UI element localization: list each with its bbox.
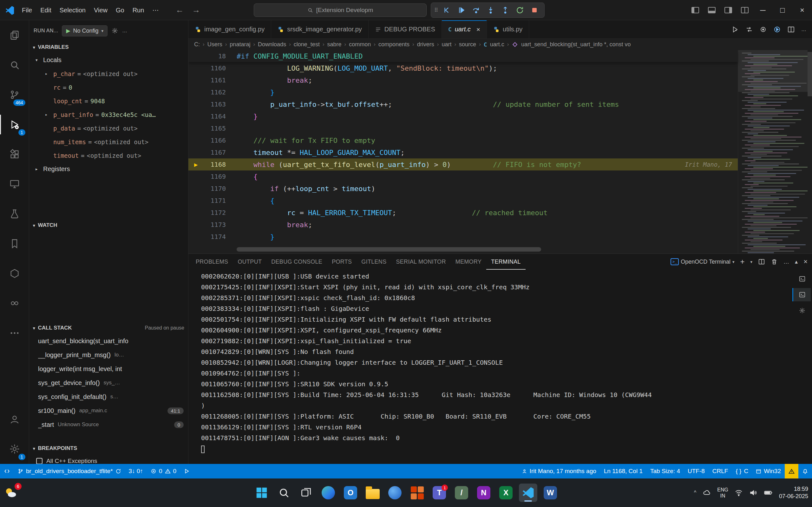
variable-row[interactable]: num_items=<optimized out>: [29, 135, 188, 149]
checkbox-icon[interactable]: [36, 458, 43, 464]
line-number[interactable]: 1161: [189, 76, 237, 84]
line-number[interactable]: 1172: [189, 209, 237, 216]
indentation[interactable]: Tab Size: 4: [647, 464, 684, 478]
code-line[interactable]: 1171 {: [189, 194, 738, 207]
panel-tab-output[interactable]: OUTPUT: [233, 254, 266, 270]
forward-arrow-icon[interactable]: →: [192, 5, 200, 15]
more-actions-icon[interactable]: …: [122, 28, 127, 34]
code-line[interactable]: 1167 timeout *= HAL_LOOP_GUARD_MAX_COUNT…: [189, 147, 738, 158]
breadcrumb-item[interactable]: components: [378, 41, 409, 48]
minimap[interactable]: [738, 50, 808, 253]
maximize-button[interactable]: □: [773, 0, 792, 20]
toggle-primary-sidebar-icon[interactable]: [692, 7, 699, 13]
scope-registers[interactable]: ▸Registers: [29, 162, 188, 176]
close-tab-icon[interactable]: ×: [476, 26, 480, 33]
kill-terminal-button[interactable]: [771, 258, 778, 265]
line-number[interactable]: 1167: [189, 149, 237, 156]
editor-tab-utils.py[interactable]: utils.py: [487, 20, 529, 38]
language-indicator[interactable]: ENG IN: [717, 487, 728, 499]
remote-indicator[interactable]: [0, 464, 14, 478]
panel-tab-serial-monitor[interactable]: SERIAL MONITOR: [391, 254, 450, 270]
stack-frame[interactable]: logger_write(int msg_level, int: [29, 362, 188, 376]
code-line[interactable]: 1165: [189, 122, 738, 134]
line-number[interactable]: 1160: [189, 64, 237, 72]
extensions-icon[interactable]: [0, 139, 29, 169]
open-changes-icon[interactable]: [745, 26, 753, 33]
maximize-panel-button[interactable]: ▴: [795, 258, 798, 265]
taskbar-app-search[interactable]: [275, 484, 293, 502]
panel-tab-memory[interactable]: MEMORY: [451, 254, 486, 270]
breadcrumb-item[interactable]: uart: [442, 41, 451, 48]
infinity-extension-icon[interactable]: [0, 288, 29, 318]
taskbar-app-outlook[interactable]: O: [341, 484, 360, 502]
sync-counts[interactable]: 3↓ 0↑: [125, 464, 147, 478]
taskbar-app-vscode[interactable]: [519, 484, 537, 502]
code-line[interactable]: 1166 /// wait for Tx FIFO to empty: [189, 134, 738, 147]
language-mode[interactable]: { }C: [732, 464, 752, 478]
more-actions-button[interactable]: …: [801, 26, 806, 32]
launch-config-dropdown[interactable]: ▶ No Config ▾: [62, 25, 107, 37]
chevron-down-icon[interactable]: ▾: [751, 260, 753, 264]
taskbar-app-taskview[interactable]: [297, 484, 315, 502]
stop-button[interactable]: [528, 4, 541, 16]
additional-views-icon[interactable]: [0, 318, 29, 348]
scrollbar-thumb[interactable]: [808, 52, 812, 96]
line-number[interactable]: 1173: [189, 221, 237, 228]
sticky-code-line[interactable]: 18#if CONFIG_MODULE_UART_ENABLED: [189, 50, 738, 62]
onedrive-cloud-icon[interactable]: [703, 489, 711, 497]
line-number[interactable]: 1164: [189, 112, 237, 120]
step-into-button[interactable]: [484, 4, 497, 16]
menu-file[interactable]: File: [18, 0, 36, 20]
bookmarks-icon[interactable]: [0, 229, 29, 259]
cursor-position[interactable]: Ln 1168, Col 1: [600, 464, 647, 478]
panel-tab-debug-console[interactable]: DEBUG CONSOLE: [266, 254, 327, 270]
terminal-instance-icon[interactable]: [792, 272, 811, 285]
code-line[interactable]: 1160 LOG_WARNING(LOG_MOD_UART, "SendBloc…: [189, 62, 738, 74]
code-editor[interactable]: 18#if CONFIG_MODULE_UART_ENABLED 1160 LO…: [189, 50, 812, 253]
notifications-bell-icon[interactable]: [798, 464, 812, 478]
run-debug-button[interactable]: [773, 26, 781, 33]
git-branch-item[interactable]: br_old_drivers_bootloader_tflite*: [14, 464, 125, 478]
customize-layout-icon[interactable]: [724, 7, 732, 13]
taskbar-app-explorer[interactable]: [363, 484, 382, 502]
code-line[interactable]: 1170 if (++loop_cnt > timeout): [189, 182, 738, 194]
stack-frame[interactable]: sys_config_init_default()s…: [29, 390, 188, 404]
variable-row[interactable]: ▸p_char=<optimized out>: [29, 67, 188, 80]
widgets-button[interactable]: 6: [4, 478, 17, 507]
line-number[interactable]: 1166: [189, 136, 237, 144]
panel-tab-ports[interactable]: PORTS: [327, 254, 357, 270]
taskbar-app-word[interactable]: W: [541, 484, 560, 502]
line-number[interactable]: 1163: [189, 101, 237, 108]
panel-tab-problems[interactable]: PROBLEMS: [191, 254, 233, 270]
variable-row[interactable]: ▸p_uart_info=0x33ec4e5c <ua…: [29, 108, 188, 121]
debug-settings-gear-icon[interactable]: [111, 27, 118, 34]
editor-tab-srsdk_image_generator.py[interactable]: srsdk_image_generator.py: [271, 20, 368, 38]
breadcrumb-item[interactable]: pnataraj: [230, 41, 250, 48]
terminal-profile-dropdown[interactable]: >_ OpenOCD Terminal ▾: [670, 258, 734, 265]
menu-go[interactable]: Go: [112, 0, 129, 20]
scrollbar-thumb[interactable]: [237, 247, 541, 251]
clock[interactable]: 18:59 07-06-2025: [779, 486, 808, 500]
line-number[interactable]: ▶1168: [189, 161, 237, 168]
stack-frame[interactable]: uart_send_blocking(st_uart_info: [29, 334, 188, 348]
menu-run[interactable]: Run: [129, 0, 148, 20]
settings-gear-icon[interactable]: 1: [0, 434, 29, 464]
breadcrumb-item[interactable]: source: [459, 41, 476, 48]
line-number[interactable]: 1162: [189, 89, 237, 96]
vertical-scrollbar[interactable]: [808, 50, 812, 253]
code-line[interactable]: 1169 {: [189, 170, 738, 182]
stack-frame[interactable]: _startUnknown Source0: [29, 418, 188, 432]
code-line[interactable]: 1162 }: [189, 86, 738, 98]
gitlens-blame-item[interactable]: Irit Mano, 17 months ago: [518, 464, 600, 478]
line-number[interactable]: 1169: [189, 173, 237, 180]
taskbar-app-start[interactable]: [252, 484, 271, 502]
editor-tab-image_gen_config.py[interactable]: image_gen_config.py: [189, 20, 271, 38]
call-stack-header[interactable]: ▾ CALL STACK Paused on pause: [29, 322, 188, 334]
close-button[interactable]: ×: [792, 0, 812, 20]
code-line[interactable]: 1174 }: [189, 231, 738, 243]
variable-row[interactable]: timeout=<optimized out>: [29, 149, 188, 162]
taskbar-app-office[interactable]: [408, 484, 426, 502]
problems-item[interactable]: 0 0: [147, 464, 180, 478]
encoding[interactable]: UTF-8: [684, 464, 709, 478]
code-line[interactable]: 1161 break;: [189, 74, 738, 86]
